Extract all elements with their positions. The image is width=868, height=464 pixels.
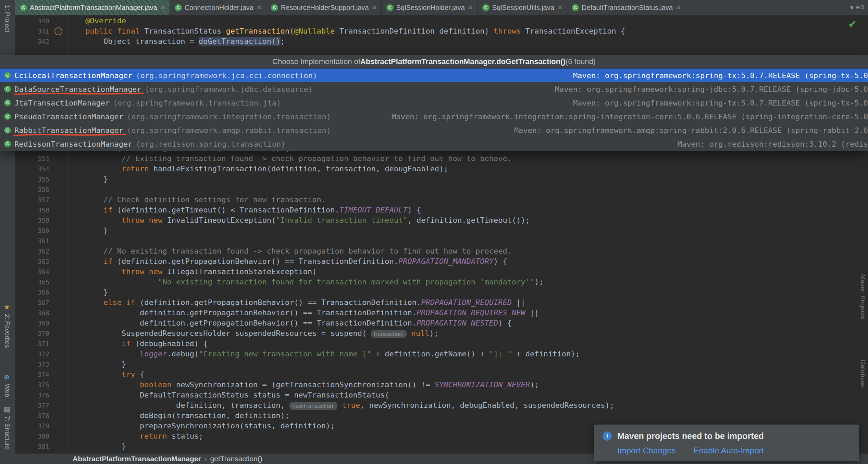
code-line: 341↑ public final TransactionStatus getT… bbox=[15, 26, 868, 36]
line-number: 376 bbox=[15, 391, 49, 399]
tool-button-database[interactable]: Database bbox=[859, 360, 867, 388]
implementation-item[interactable]: CRedissonTransactionManager(org.redisson… bbox=[0, 137, 868, 151]
editor-tabs: CAbstractPlatformTransactionManager.java… bbox=[15, 0, 847, 15]
code-text[interactable]: public final TransactionStatus getTransa… bbox=[67, 26, 625, 36]
code-line: 369 definition.getPropagationBehavior() … bbox=[15, 318, 868, 328]
popup-title: Choose Implementation of AbstractPlatfor… bbox=[0, 55, 868, 69]
code-text[interactable]: @Override bbox=[67, 16, 126, 26]
import-changes-link[interactable]: Import Changes bbox=[617, 446, 676, 455]
code-text[interactable]: Object transaction = doGetTransaction(); bbox=[67, 36, 285, 47]
tab-label: ConnectionHolder.java bbox=[185, 4, 253, 12]
code-line: 358 if (definition.getTimeout() < Transa… bbox=[15, 205, 868, 215]
implementation-package: (org.springframework.jca.cci.connection) bbox=[136, 71, 317, 80]
override-gutter-icon[interactable]: ↑ bbox=[54, 27, 62, 35]
code-line: 370 SuspendedResourcesHolder suspendedRe… bbox=[15, 328, 868, 339]
code-text[interactable]: if (definition.getTimeout() < Transactio… bbox=[67, 205, 421, 215]
favorites-star-icon[interactable]: ★ bbox=[4, 303, 10, 311]
tool-button-structure[interactable]: 7: Structure bbox=[3, 416, 11, 450]
code-text[interactable]: "No existing transaction found for trans… bbox=[67, 277, 544, 287]
tool-button-web[interactable]: Web bbox=[3, 384, 11, 397]
code-text[interactable]: return handleExistingTransaction(definit… bbox=[67, 164, 448, 174]
code-text[interactable]: } bbox=[67, 359, 126, 369]
editor-tab[interactable]: CDefaultTransactionStatus.java× bbox=[567, 0, 685, 15]
code-line: 361 bbox=[15, 236, 868, 246]
tab-close-icon[interactable]: × bbox=[372, 3, 377, 12]
implementation-item[interactable]: CPseudoTransactionManager(org.springfram… bbox=[0, 110, 868, 123]
tab-close-icon[interactable]: × bbox=[161, 3, 165, 12]
line-number: 378 bbox=[15, 412, 49, 419]
tab-label: SqlSessionUtils.java bbox=[492, 4, 554, 12]
line-number: 365 bbox=[15, 278, 49, 286]
tool-button-maven-projects[interactable]: Maven Projects bbox=[859, 274, 867, 319]
web-icon[interactable]: ⊕ bbox=[4, 373, 10, 381]
code-text[interactable]: } bbox=[67, 287, 108, 297]
line-number: 380 bbox=[15, 432, 49, 440]
tab-close-icon[interactable]: × bbox=[558, 3, 562, 12]
editor-tab[interactable]: CResourceHolderSupport.java× bbox=[266, 0, 382, 15]
code-line: 340 @Override bbox=[15, 16, 868, 26]
tool-button-favorites[interactable]: 2: Favorites bbox=[3, 314, 11, 348]
code-text[interactable]: boolean newSynchronization = (getTransac… bbox=[67, 380, 539, 390]
java-class-icon: C bbox=[4, 86, 11, 93]
java-class-icon: C bbox=[4, 127, 11, 134]
line-number: 359 bbox=[15, 217, 49, 224]
code-text[interactable]: DefaultTransactionStatus status = newTra… bbox=[67, 390, 389, 400]
code-text[interactable]: doBegin(transaction, definition); bbox=[67, 411, 289, 421]
list-icon: ≡ bbox=[856, 3, 860, 12]
code-text[interactable]: try { bbox=[67, 369, 144, 380]
structure-icon[interactable]: ▤ bbox=[4, 405, 10, 413]
tab-close-icon[interactable]: × bbox=[468, 3, 473, 12]
enable-auto-import-link[interactable]: Enable Auto-Import bbox=[694, 446, 764, 455]
editor-tab[interactable]: CSqlSessionHolder.java× bbox=[382, 0, 478, 15]
code-text[interactable]: definition.getPropagationBehavior() == T… bbox=[67, 308, 539, 318]
code-text[interactable]: throw new InvalidTimeoutException("Inval… bbox=[67, 215, 530, 225]
tab-bar-actions: ▾ ≡ 3 bbox=[847, 0, 868, 15]
code-text[interactable]: } bbox=[67, 441, 126, 452]
code-text[interactable]: } bbox=[67, 225, 108, 236]
code-text[interactable]: if (debugEnabled) { bbox=[67, 339, 208, 349]
editor-tab[interactable]: CConnectionHolder.java× bbox=[170, 0, 266, 15]
code-line: 355 } bbox=[15, 174, 868, 184]
java-class-icon: C bbox=[20, 4, 27, 11]
code-line: 373 } bbox=[15, 359, 868, 369]
hidden-tabs-icon[interactable]: ≡ 3 bbox=[856, 3, 864, 12]
editor-tab[interactable]: CAbstractPlatformTransactionManager.java… bbox=[15, 0, 170, 15]
editor-tab[interactable]: CSqlSessionUtils.java× bbox=[478, 0, 567, 15]
code-text[interactable]: // Existing transaction found -> check p… bbox=[67, 154, 512, 164]
inspections-status-icon[interactable]: ✔ bbox=[848, 19, 856, 30]
code-text[interactable]: // Check definition settings for new tra… bbox=[67, 195, 326, 205]
java-class-icon: C bbox=[572, 4, 579, 11]
tab-close-icon[interactable]: × bbox=[676, 3, 681, 12]
code-line: 360 } bbox=[15, 225, 868, 236]
code-line: 365 "No existing transaction found for t… bbox=[15, 277, 868, 287]
code-text[interactable]: definition, transaction, newTransaction:… bbox=[67, 400, 614, 411]
code-text[interactable]: throw new IllegalTransactionStateExcepti… bbox=[67, 267, 317, 277]
code-text[interactable]: } bbox=[67, 174, 108, 184]
tab-label: ResourceHolderSupport.java bbox=[281, 4, 369, 12]
implementation-item[interactable]: CDataSourceTransactionManager(org.spring… bbox=[0, 82, 868, 96]
tab-close-icon[interactable]: × bbox=[257, 3, 262, 12]
tool-button-project[interactable]: 1: Project bbox=[3, 5, 11, 32]
code-region-main: 352 if (isExistingTransaction(transactio… bbox=[15, 143, 868, 462]
implementation-item[interactable]: CCciLocalTransactionManager(org.springfr… bbox=[0, 69, 868, 82]
breadcrumb-method[interactable]: getTransaction() bbox=[210, 455, 262, 463]
code-text[interactable]: SuspendedResourcesHolder suspendedResour… bbox=[67, 328, 438, 339]
code-text[interactable]: // No existing transaction found -> chec… bbox=[67, 246, 512, 256]
chevron-down-icon[interactable]: ▾ bbox=[850, 3, 854, 12]
code-text[interactable]: else if (definition.getPropagationBehavi… bbox=[67, 297, 525, 308]
code-text[interactable]: return status; bbox=[67, 431, 203, 441]
java-class-icon: C bbox=[4, 141, 11, 147]
code-text[interactable]: logger.debug("Creating new transaction w… bbox=[67, 349, 580, 359]
code-text[interactable]: prepareSynchronization(status, definitio… bbox=[67, 421, 335, 431]
code-text[interactable]: if (definition.getPropagationBehavior() … bbox=[67, 256, 507, 267]
code-line: 367 else if (definition.getPropagationBe… bbox=[15, 297, 868, 308]
implementation-item[interactable]: CJtaTransactionManager(org.springframewo… bbox=[0, 96, 868, 110]
code-text[interactable]: definition.getPropagationBehavior() == T… bbox=[67, 318, 512, 328]
implementation-item[interactable]: CRabbitTransactionManager(org.springfram… bbox=[0, 123, 868, 137]
line-number: 356 bbox=[15, 186, 49, 193]
code-line: 377 definition, transaction, newTransact… bbox=[15, 400, 868, 411]
tab-label: SqlSessionHolder.java bbox=[396, 4, 465, 12]
code-line: 353 // Existing transaction found -> che… bbox=[15, 154, 868, 164]
breadcrumb-class[interactable]: AbstractPlatformTransactionManager bbox=[73, 455, 201, 463]
line-number: 379 bbox=[15, 422, 49, 430]
